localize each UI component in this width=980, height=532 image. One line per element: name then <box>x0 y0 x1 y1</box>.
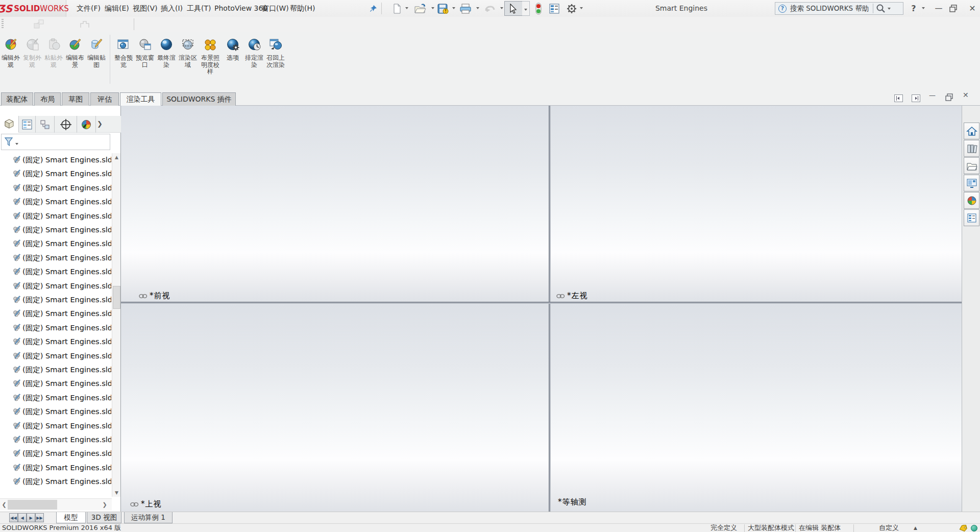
doc-tab-3[interactable]: 运动算例 1 <box>124 512 173 523</box>
appearances-scenes-tab[interactable] <box>964 192 979 209</box>
command-tab-3[interactable]: 草图 <box>62 92 89 106</box>
command-tab-4[interactable]: 评估 <box>90 92 119 106</box>
scroll-up-arrow[interactable]: ▲ <box>112 153 121 161</box>
tree-item[interactable]: (固定) Smart Engines.sld <box>0 335 111 349</box>
viewport-front[interactable] <box>121 106 549 302</box>
tree-item[interactable]: (固定) Smart Engines.sld <box>0 363 111 377</box>
options-gear-dropdown[interactable] <box>580 7 583 9</box>
ribbon-preview-window-button[interactable]: 预览窗口 <box>134 36 156 68</box>
ribbon-recall-last-render-button[interactable]: 召回上次渲染 <box>265 36 286 68</box>
ribbon-final-render-button[interactable]: 最终渲染 <box>156 36 177 68</box>
tree-item[interactable]: (固定) Smart Engines.sld <box>0 279 111 293</box>
property-manager-tab[interactable] <box>19 116 36 133</box>
status-expand-arrow[interactable]: ▲ <box>914 524 917 532</box>
save-icon[interactable]: ! <box>437 4 449 14</box>
menu-5[interactable]: 工具(T) <box>187 0 211 17</box>
open-dropdown[interactable] <box>431 7 434 9</box>
tree-item[interactable]: (固定) Smart Engines.sld <box>0 391 111 405</box>
search-input[interactable]: 搜索 SOLIDWORKS 帮助 <box>790 4 869 13</box>
fm-tabs-overflow[interactable]: ❯ <box>97 120 103 128</box>
tree-item[interactable]: (固定) Smart Engines.sld <box>0 321 111 335</box>
search-icon[interactable] <box>876 4 886 14</box>
viewport-minimize-icon[interactable]: — <box>929 91 936 99</box>
tree-item[interactable]: (固定) Smart Engines.sld <box>0 307 111 321</box>
status-customize[interactable]: 自定义 <box>879 524 899 532</box>
ribbon-render-region-button[interactable]: 渲染区域 <box>177 36 199 68</box>
menu-4[interactable]: 插入(I) <box>161 0 183 17</box>
command-tab-5[interactable]: 渲染工具 <box>120 92 161 106</box>
doc-tab-1[interactable]: 模型 <box>56 512 86 523</box>
configuration-manager-tab[interactable] <box>36 116 55 133</box>
feature-manager-tree-tab[interactable] <box>0 116 19 133</box>
dim-xpert-tab[interactable] <box>55 116 77 133</box>
tree-item[interactable]: (固定) Smart Engines.sld <box>0 419 111 433</box>
new-document-dropdown[interactable] <box>405 7 408 9</box>
tree-item[interactable]: (固定) Smart Engines.sld <box>0 405 111 419</box>
options-gear-icon[interactable] <box>567 4 577 14</box>
viewport-top[interactable] <box>121 304 549 512</box>
search-box[interactable]: ? 搜索 SOLIDWORKS 帮助 <box>775 2 903 15</box>
menu-1[interactable]: 文件(F) <box>77 0 101 17</box>
tree-item[interactable]: (固定) Smart Engines.sld <box>0 475 111 489</box>
menu-3[interactable]: 视图(V) <box>133 0 158 17</box>
tab-scroll-prev[interactable]: ◀ <box>18 513 27 522</box>
assembly-tool-icon[interactable] <box>33 18 47 31</box>
select-tool-button[interactable] <box>504 1 523 16</box>
save-dropdown[interactable] <box>452 7 455 9</box>
doc-tab-2[interactable]: 3D 视图 <box>87 512 121 523</box>
ribbon-edit-scene-button[interactable]: 编辑布景 <box>64 36 86 68</box>
tree-item[interactable]: (固定) Smart Engines.sld <box>0 209 111 223</box>
tree-item[interactable]: (固定) Smart Engines.sld <box>0 349 111 363</box>
tree-item[interactable]: (固定) Smart Engines.sld <box>0 447 111 461</box>
tree-item[interactable]: (固定) Smart Engines.sld <box>0 377 111 391</box>
menu-6[interactable]: PhotoView 360 <box>214 0 267 17</box>
view-palette-tab[interactable] <box>964 175 979 191</box>
tree-item[interactable]: (固定) Smart Engines.sld <box>0 167 111 181</box>
ribbon-integrated-preview-button[interactable]: 整合预览 <box>113 36 134 68</box>
help-dropdown[interactable] <box>922 7 925 9</box>
tree-item[interactable]: (固定) Smart Engines.sld <box>0 237 111 251</box>
component-tool-icon[interactable] <box>78 18 92 31</box>
print-icon[interactable] <box>459 4 472 14</box>
ribbon-options-button[interactable]: 选项 <box>222 36 243 62</box>
tree-item[interactable]: (固定) Smart Engines.sld <box>0 251 111 265</box>
tag-icon[interactable] <box>959 525 968 531</box>
tree-item[interactable]: (固定) Smart Engines.sld <box>0 293 111 307</box>
tree-item[interactable]: (固定) Smart Engines.sld <box>0 265 111 279</box>
scroll-down-arrow[interactable]: ▼ <box>112 489 121 497</box>
vertical-scroll-thumb[interactable] <box>113 286 120 309</box>
viewport-isometric[interactable] <box>551 304 962 512</box>
pin-icon[interactable] <box>369 4 378 13</box>
filter-icon[interactable] <box>4 136 14 148</box>
horizontal-scroll-thumb[interactable] <box>8 500 57 510</box>
viewport-close-icon[interactable]: ✕ <box>963 91 969 99</box>
file-explorer-tab[interactable] <box>964 157 979 174</box>
help-status-icon[interactable] <box>971 525 977 531</box>
close-button[interactable]: ✕ <box>967 0 978 17</box>
command-tab-2[interactable]: 布局 <box>34 92 61 106</box>
open-icon[interactable] <box>414 4 427 14</box>
viewport-restore-icon[interactable] <box>945 93 953 101</box>
scroll-left-arrow[interactable]: ❮ <box>1 499 8 511</box>
tree-item[interactable]: (固定) Smart Engines.sld <box>0 223 111 237</box>
restore-button[interactable] <box>949 5 958 12</box>
display-pane-icon[interactable] <box>549 4 559 14</box>
ribbon-schedule-render-button[interactable]: 排定渲染 <box>243 36 265 68</box>
tree-item[interactable]: (固定) Smart Engines.sld <box>0 153 111 167</box>
undo-dropdown[interactable] <box>500 7 503 9</box>
tree-vertical-scrollbar[interactable]: ▲ ▼ <box>112 153 120 497</box>
tree-item[interactable]: (固定) Smart Engines.sld <box>0 181 111 195</box>
new-document-icon[interactable] <box>392 4 402 14</box>
ribbon-scene-illumination-proof-button[interactable]: 布景照明度校样 <box>199 36 222 76</box>
command-tab-6[interactable]: SOLIDWORKS 插件 <box>162 92 236 106</box>
tab-scroll-next[interactable]: ▶ <box>27 513 35 522</box>
traffic-light-icon[interactable] <box>535 3 542 15</box>
minimize-button[interactable]: — <box>932 0 945 17</box>
design-library-tab[interactable] <box>964 140 979 157</box>
tab-scroll-last[interactable]: ▶▶ <box>35 513 44 522</box>
tree-filter-box[interactable] <box>1 134 110 150</box>
collapse-left-icon[interactable] <box>894 94 903 102</box>
tab-scroll-first[interactable]: ◀◀ <box>9 513 18 522</box>
undo-icon[interactable] <box>484 4 495 14</box>
custom-properties-tab[interactable] <box>964 209 979 226</box>
